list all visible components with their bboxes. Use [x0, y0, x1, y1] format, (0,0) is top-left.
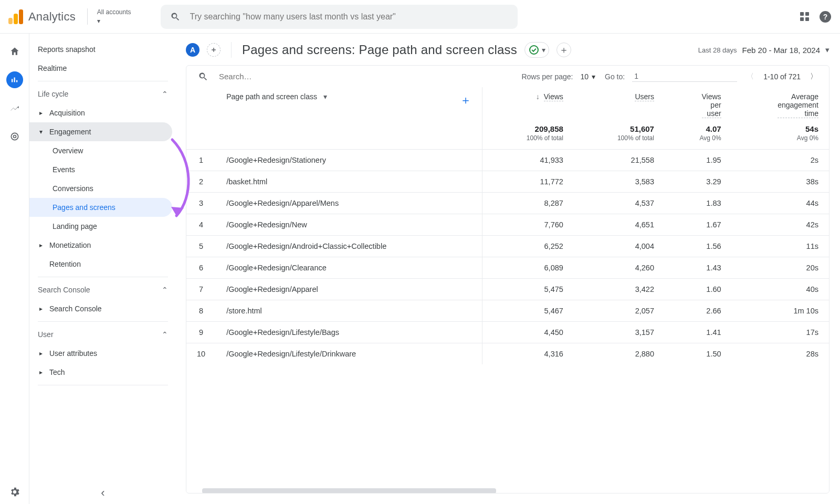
- row-views: 4,316: [482, 343, 574, 365]
- chevron-down-icon: ▾: [592, 72, 595, 81]
- global-search[interactable]: [161, 5, 518, 29]
- caret-right-icon: ▸: [38, 350, 44, 357]
- row-views: 41,933: [482, 150, 574, 171]
- nav-monetization[interactable]: ▸ Monetization: [29, 236, 176, 255]
- nav-engagement-conversions[interactable]: Conversions: [29, 179, 176, 198]
- row-aet: 20s: [732, 257, 829, 279]
- nav-user-attributes[interactable]: ▸ User attributes: [29, 344, 176, 363]
- row-aet: 2s: [732, 150, 829, 171]
- rows-per-page-select[interactable]: 10 ▾: [580, 72, 595, 81]
- date-range-value: Feb 20 - Mar 18, 2024: [742, 46, 820, 55]
- row-views: 4,450: [482, 322, 574, 343]
- nav-engagement[interactable]: ▾ Engagement: [29, 122, 172, 141]
- row-users: 3,422: [574, 279, 665, 300]
- row-path: /basket.html: [216, 171, 482, 193]
- row-vpu: 2.66: [665, 300, 732, 322]
- row-aet: 42s: [732, 214, 829, 236]
- row-vpu: 3.29: [665, 171, 732, 193]
- nav-retention-label: Retention: [49, 260, 81, 268]
- global-search-input[interactable]: [189, 12, 508, 22]
- row-index: 3: [186, 193, 216, 214]
- nav-user-attributes-label: User attributes: [49, 349, 97, 358]
- nav-engagement-landing[interactable]: Landing page: [29, 217, 176, 236]
- caret-right-icon: ▸: [38, 369, 44, 376]
- analytics-logo[interactable]: Analytics: [8, 9, 76, 24]
- col-avg-engagement-time[interactable]: Averageengagementtime: [778, 92, 818, 118]
- report-table: Page path and screen class ▾ ＋ ↓ View: [186, 87, 829, 364]
- add-dimension-button[interactable]: ＋: [460, 93, 471, 107]
- nav-group-lifecycle[interactable]: Life cycle ⌃: [29, 85, 176, 103]
- nav-reports-snapshot[interactable]: Reports snapshot: [29, 40, 176, 59]
- col-views-per-user[interactable]: Viewsperuser: [702, 92, 721, 118]
- row-path: /Google+Redesign/New: [216, 214, 482, 236]
- nav-advertising-icon[interactable]: [6, 128, 23, 145]
- prev-page-icon[interactable]: 〈: [747, 72, 754, 81]
- table-row[interactable]: 7/Google+Redesign/Apparel5,4753,4221.604…: [186, 279, 829, 300]
- nav-retention[interactable]: Retention: [29, 255, 176, 274]
- nav-reports-icon[interactable]: [6, 71, 23, 88]
- table-row[interactable]: 6/Google+Redesign/Clearance6,0894,2601.4…: [186, 257, 829, 279]
- col-users[interactable]: Users: [635, 92, 654, 101]
- chevron-down-icon: ▾: [825, 45, 830, 55]
- nav-realtime[interactable]: Realtime: [29, 59, 176, 78]
- collapse-sidebar-icon[interactable]: ‹: [101, 486, 104, 500]
- table-row[interactable]: 4/Google+Redesign/New7,7604,6511.6742s: [186, 214, 829, 236]
- row-users: 3,157: [574, 322, 665, 343]
- row-path: /Google+Redesign/Apparel/Mens: [216, 193, 482, 214]
- table-row[interactable]: 3/Google+Redesign/Apparel/Mens8,2874,537…: [186, 193, 829, 214]
- row-path: /Google+Redesign/Apparel: [216, 279, 482, 300]
- chevron-down-icon: ▾: [323, 92, 327, 101]
- dimension-picker[interactable]: Page path and screen class ▾: [226, 92, 327, 101]
- apps-icon[interactable]: [798, 10, 811, 23]
- add-segment-button[interactable]: ＋: [207, 43, 220, 57]
- row-index: 10: [186, 343, 216, 365]
- nav-home-icon[interactable]: [6, 43, 23, 60]
- settings-icon[interactable]: [9, 486, 20, 498]
- table-row[interactable]: 10/Google+Redesign/Lifestyle/Drinkware4,…: [186, 343, 829, 365]
- row-vpu: 1.50: [665, 343, 732, 365]
- table-row[interactable]: 9/Google+Redesign/Lifestyle/Bags4,4503,1…: [186, 322, 829, 343]
- row-vpu: 1.67: [665, 214, 732, 236]
- total-aet: 54s: [742, 124, 818, 133]
- nav-tech[interactable]: ▸ Tech: [29, 363, 176, 382]
- col-views[interactable]: Views: [544, 92, 563, 101]
- nav-explore-icon[interactable]: [6, 100, 23, 117]
- horizontal-scrollbar[interactable]: [186, 488, 829, 493]
- nav-acquisition-label: Acquisition: [49, 109, 85, 117]
- next-page-icon[interactable]: 〉: [810, 72, 817, 81]
- row-index: 9: [186, 322, 216, 343]
- row-vpu: 1.43: [665, 257, 732, 279]
- goto-label: Go to:: [605, 72, 625, 81]
- help-icon[interactable]: ?: [819, 10, 832, 23]
- row-index: 5: [186, 236, 216, 257]
- caret-right-icon: ▸: [38, 242, 44, 249]
- table-row[interactable]: 8/store.html5,4672,0572.661m 10s: [186, 300, 829, 322]
- row-users: 4,004: [574, 236, 665, 257]
- total-users: 51,607: [584, 124, 654, 133]
- rows-per-page-value: 10: [580, 72, 589, 81]
- rows-per-page-label: Rows per page:: [521, 72, 573, 81]
- nav-engagement-events[interactable]: Events: [29, 160, 176, 179]
- nav-engagement-pages[interactable]: Pages and screens: [29, 198, 172, 217]
- nav-group-user[interactable]: User ⌃: [29, 325, 176, 344]
- table-row[interactable]: 1/Google+Redesign/Stationery41,93321,558…: [186, 150, 829, 171]
- row-vpu: 1.60: [665, 279, 732, 300]
- row-index: 7: [186, 279, 216, 300]
- report-status-pill[interactable]: ▾: [524, 42, 549, 58]
- nav-search-console[interactable]: ▸ Search Console: [29, 299, 176, 318]
- date-range-picker[interactable]: Last 28 days Feb 20 - Mar 18, 2024 ▾: [698, 45, 830, 55]
- goto-input[interactable]: [632, 71, 737, 82]
- table-row[interactable]: 2/basket.html11,7723,5833.2938s: [186, 171, 829, 193]
- nav-group-search-console[interactable]: Search Console ⌃: [29, 280, 176, 299]
- row-vpu: 1.95: [665, 150, 732, 171]
- table-row[interactable]: 5/Google+Redesign/Android+Classic+Collec…: [186, 236, 829, 257]
- nav-engagement-overview[interactable]: Overview: [29, 141, 176, 160]
- account-picker[interactable]: All accounts ▾: [87, 8, 131, 25]
- segment-chip[interactable]: A: [186, 43, 200, 57]
- table-search-input[interactable]: [218, 71, 323, 81]
- nav-acquisition[interactable]: ▸ Acquisition: [29, 103, 176, 122]
- row-vpu: 1.56: [665, 236, 732, 257]
- search-icon: [170, 12, 181, 22]
- add-comparison-button[interactable]: ＋: [556, 43, 571, 57]
- sort-desc-icon[interactable]: ↓: [536, 92, 540, 101]
